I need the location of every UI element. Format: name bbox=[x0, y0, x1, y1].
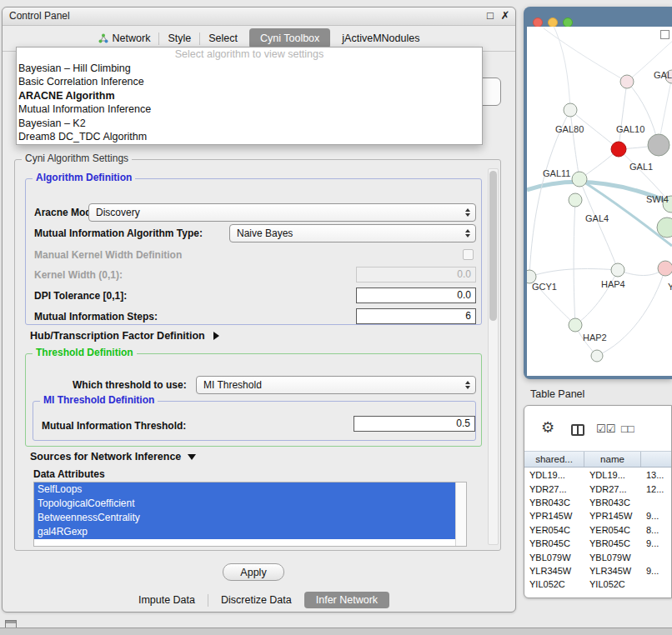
tab-impute-data[interactable]: Impute Data bbox=[128, 592, 205, 608]
network-edge[interactable] bbox=[574, 200, 575, 325]
control-panel-titlebar: Control Panel □ ✗ bbox=[3, 8, 515, 26]
network-node[interactable] bbox=[658, 261, 672, 276]
algorithm-definition-group: Algorithm Definition Aracne Mode: Discov… bbox=[25, 178, 482, 325]
attribute-list-item[interactable]: TopologicalCoefficient bbox=[34, 497, 455, 511]
column-header-shared-name[interactable]: shared... bbox=[524, 452, 584, 467]
algorithm-option[interactable]: Basic Correlation Inference bbox=[17, 75, 482, 89]
node-label: GAL11 bbox=[543, 168, 570, 178]
aracne-mode-select[interactable]: Discovery bbox=[88, 203, 476, 222]
apply-button[interactable]: Apply bbox=[223, 563, 284, 581]
node-label: GCY1 bbox=[532, 282, 557, 292]
attribute-list-item[interactable]: gal4RGexp bbox=[34, 525, 455, 539]
tab-network[interactable]: Network bbox=[90, 28, 159, 48]
tab-select[interactable]: Select bbox=[200, 28, 246, 48]
algorithm-option[interactable]: Dream8 DC_TDC Algorithm bbox=[17, 130, 482, 144]
mi-steps-field[interactable]: 6 bbox=[356, 308, 476, 324]
tab-label: Impute Data bbox=[138, 594, 195, 606]
network-canvas[interactable]: GAL80GAL10GAL11GAL1SWI4GAL4GCY1HAP4HAP2G… bbox=[527, 27, 672, 376]
table-cell: YER054C bbox=[524, 525, 584, 535]
tab-label: Discretize Data bbox=[221, 594, 292, 606]
network-edge[interactable] bbox=[529, 110, 570, 277]
mi-type-select[interactable]: Naive Bayes bbox=[229, 224, 476, 242]
algorithm-dropdown-list: Select algorithm to view settings Bayesi… bbox=[16, 47, 483, 145]
network-node[interactable] bbox=[591, 350, 603, 362]
mi-threshold-label: Mutual Information Threshold: bbox=[42, 420, 186, 432]
manual-kernel-checkbox[interactable] bbox=[463, 249, 474, 260]
which-threshold-select[interactable]: MI Threshold bbox=[196, 376, 476, 394]
close-window-icon[interactable]: ✗ bbox=[499, 9, 512, 22]
table-cell: YPR145W bbox=[584, 511, 641, 521]
network-node[interactable] bbox=[648, 134, 669, 156]
table-cell: 9... bbox=[641, 538, 671, 548]
attribute-list-item[interactable]: SelfLoops bbox=[34, 482, 455, 497]
network-scroll-box[interactable] bbox=[660, 30, 669, 39]
settings-scrollbar[interactable] bbox=[488, 168, 499, 545]
node-label: Y bbox=[668, 282, 672, 292]
table-row[interactable]: YER054CYER054C8... bbox=[524, 523, 671, 537]
network-node[interactable] bbox=[569, 193, 582, 207]
select-all-icon[interactable]: ☑☑ bbox=[596, 422, 615, 435]
table-row[interactable]: YLR345WYLR345W9... bbox=[524, 564, 671, 578]
control-panel-window: Control Panel □ ✗ Network Style bbox=[2, 7, 516, 612]
deselect-all-icon[interactable]: □□ bbox=[621, 422, 634, 435]
table-row[interactable]: YBR045CYBR045C9... bbox=[524, 537, 671, 550]
network-node[interactable] bbox=[564, 103, 577, 117]
table-row[interactable]: YBL079WYBL079W bbox=[524, 550, 671, 563]
data-attributes-list[interactable]: SelfLoopsTopologicalCoefficientBetweenne… bbox=[33, 482, 467, 547]
column-header-extra[interactable] bbox=[641, 452, 671, 467]
tab-style[interactable]: Style bbox=[159, 28, 199, 48]
show-columns-icon[interactable] bbox=[571, 424, 584, 436]
network-node[interactable] bbox=[572, 172, 587, 187]
algorithm-option[interactable]: Bayesian – Hill Climbing bbox=[17, 62, 482, 76]
table-row[interactable]: YPR145WYPR145W9... bbox=[524, 509, 671, 522]
tab-label: Cyni Toolbox bbox=[260, 32, 319, 44]
table-cell: YPR145W bbox=[524, 511, 584, 521]
tab-jactivemodules[interactable]: jActiveMNodules bbox=[333, 28, 428, 48]
network-node[interactable] bbox=[611, 142, 626, 157]
table-cell: YDR27... bbox=[584, 484, 641, 494]
table-row[interactable]: YDR27...YDR27...12... bbox=[524, 482, 671, 495]
dpi-tolerance-label: DPI Tolerance [0,1]: bbox=[34, 290, 127, 302]
node-label: GAL1 bbox=[629, 162, 653, 172]
network-edge[interactable] bbox=[575, 270, 618, 325]
network-edge[interactable] bbox=[619, 82, 627, 149]
network-edge[interactable] bbox=[552, 27, 570, 110]
attribute-list-item[interactable]: BetweennessCentrality bbox=[34, 511, 455, 525]
table-cell: YLR345W bbox=[524, 566, 584, 576]
table-cell: YDR27... bbox=[524, 484, 584, 494]
table-cell: YBL079W bbox=[524, 552, 584, 562]
settings-group-title: Cyni Algorithm Settings bbox=[22, 152, 132, 164]
tab-separator bbox=[208, 594, 208, 607]
table-row[interactable]: YDL19...YDL19...13... bbox=[524, 468, 671, 482]
table-cell: 8... bbox=[641, 525, 671, 535]
network-node[interactable] bbox=[611, 263, 624, 277]
mi-steps-label: Mutual Information Steps: bbox=[34, 311, 158, 323]
scrollbar-thumb[interactable] bbox=[489, 171, 497, 321]
float-window-icon[interactable]: □ bbox=[484, 9, 497, 22]
mi-type-value: Naive Bayes bbox=[230, 228, 462, 239]
tab-discretize-data[interactable]: Discretize Data bbox=[211, 592, 302, 608]
list-scrollbar[interactable] bbox=[455, 482, 466, 546]
dpi-tolerance-field[interactable]: 0.0 bbox=[356, 288, 476, 303]
network-edge[interactable] bbox=[544, 28, 627, 82]
table-cell: YIL052C bbox=[584, 579, 641, 589]
kernel-width-label: Kernel Width (0,1): bbox=[34, 269, 123, 282]
column-header-name[interactable]: name bbox=[584, 452, 641, 467]
data-attributes-label: Data Attributes bbox=[33, 468, 105, 480]
algorithm-option[interactable]: Bayesian – K2 bbox=[17, 117, 482, 131]
desktop: Control Panel □ ✗ Network Style bbox=[0, 0, 672, 635]
network-node[interactable] bbox=[620, 75, 634, 88]
table-row[interactable]: YIL052CYIL052C bbox=[524, 578, 671, 591]
network-edge[interactable] bbox=[570, 110, 579, 179]
hub-definition-expander[interactable]: Hub/Transcription Factor Definition bbox=[30, 330, 219, 342]
tab-cyni-toolbox[interactable]: Cyni Toolbox bbox=[249, 28, 330, 48]
mi-threshold-field[interactable]: 0.5 bbox=[354, 416, 475, 432]
algorithm-option[interactable]: Mutual Information Inference bbox=[17, 102, 482, 117]
algorithm-option[interactable]: ARACNE Algorithm bbox=[17, 89, 482, 103]
sources-expander[interactable]: Sources for Network Inference bbox=[30, 451, 196, 462]
tab-infer-network[interactable]: Infer Network bbox=[304, 592, 389, 608]
network-node[interactable] bbox=[569, 318, 582, 332]
table-settings-gear-icon[interactable]: ⚙ bbox=[541, 420, 554, 435]
table-row[interactable]: YBR043CYBR043C bbox=[524, 496, 671, 509]
kernel-width-field[interactable]: 0.0 bbox=[356, 267, 476, 282]
